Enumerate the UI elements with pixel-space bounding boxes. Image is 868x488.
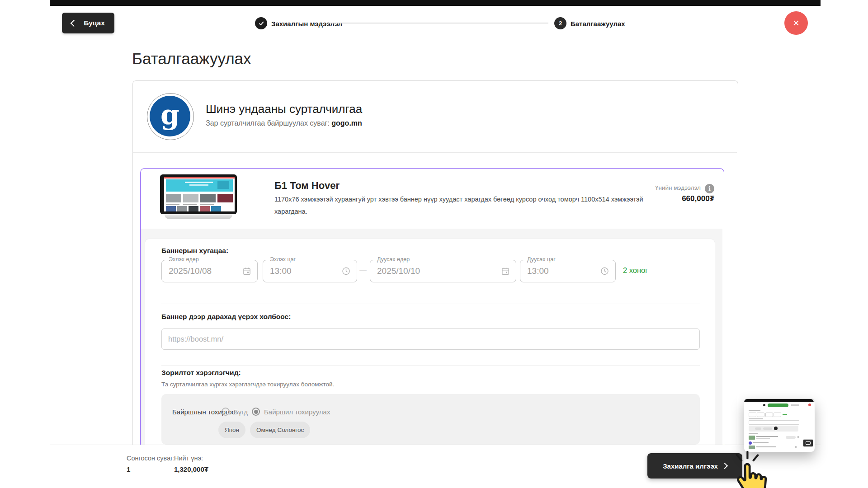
thumb-bar [756, 438, 770, 439]
check-icon [258, 20, 265, 27]
banner-preview-image [159, 174, 239, 221]
price-info-label: Үнийн мэдээлэл [615, 184, 701, 191]
clock-icon [341, 267, 351, 276]
window-top-strip [50, 0, 821, 6]
thumb-bar [791, 404, 799, 406]
laptop-stand [165, 214, 232, 219]
end-time-value: 13:00 [527, 266, 549, 276]
end-time-field[interactable]: Дуусах цаг 13:00 [520, 260, 616, 282]
thumb-step-dot [763, 404, 765, 406]
end-date-field[interactable]: Дуусах өдөр 2025/10/10 [370, 260, 516, 282]
selected-channel-value: 1 [127, 465, 130, 473]
thumb-field [765, 413, 773, 417]
chevron-right-icon [722, 463, 728, 469]
calendar-icon [242, 267, 251, 276]
thumb-field [757, 413, 764, 417]
product-price: 660,000₮ [624, 194, 714, 203]
link-section-label: Баннер дээр дарахад үсрэх холбоос: [161, 313, 291, 321]
thumb-green-banner [768, 404, 788, 407]
section-divider [161, 365, 700, 366]
product-name: Б1 Том Hover [274, 180, 340, 192]
thumb-pip-icon [803, 439, 813, 447]
close-icon: × [793, 18, 799, 28]
preview-thumbnail[interactable] [744, 399, 815, 452]
end-date-label: Дуусах өдөр [375, 256, 412, 263]
section-divider [161, 304, 700, 304]
step-2-label[interactable]: Баталгаажуулах [571, 20, 625, 28]
thumb-image [749, 436, 755, 440]
start-date-field[interactable]: Эхлэх өдөр 2025/10/08 [161, 260, 258, 282]
laptop-screen [164, 177, 235, 211]
submit-order-label: Захиалга илгээх [663, 462, 718, 470]
radio-option-all-label: Бүгд [234, 408, 248, 416]
thumb-close-dot [808, 404, 811, 406]
thumb-bar [749, 433, 758, 434]
campaign-channel: Зар сурталчилгаа байршуулах суваг: gogo.… [206, 119, 362, 127]
channel-label: Зар сурталчилгаа байршуулах суваг: [206, 119, 330, 127]
location-chip-list: Япон Өмнөд Солонгос [218, 422, 310, 438]
end-date-value: 2025/10/10 [377, 266, 420, 276]
thumb-bar [753, 442, 769, 443]
end-time-label: Дуусах цаг [525, 256, 558, 263]
thumb-bar [749, 418, 763, 419]
card-divider [133, 152, 737, 153]
thumb-pill [786, 436, 796, 439]
page: Буцах Захиалгын мэдээлэл 2 Баталгаажуула… [0, 0, 868, 488]
target-section-heading: Зорилтот хэрэглэгчид: [161, 369, 241, 377]
date-range-separator: — [357, 266, 369, 274]
duration-badge: 2 хоног [623, 266, 648, 275]
calendar-icon [501, 267, 510, 276]
thumb-green-text [783, 414, 787, 415]
chevron-left-icon [71, 19, 78, 27]
start-date-value: 2025/10/08 [169, 266, 212, 276]
channel-logo: g [147, 93, 194, 140]
laptop-frame [160, 174, 237, 214]
step-1-label[interactable]: Захиалгын мэдээлэл [271, 20, 342, 28]
submit-order-button[interactable]: Захиалга илгээх [647, 453, 742, 479]
close-button[interactable]: × [784, 11, 808, 35]
thumb-top-strip [744, 399, 814, 402]
start-time-value: 13:00 [270, 266, 292, 276]
thumb-field [749, 413, 756, 417]
selected-channel-label: Сонгосон суваг: [127, 455, 175, 462]
radio-option-all[interactable]: Бүгд [222, 408, 248, 416]
thumb-dark-dot [774, 427, 778, 430]
total-price-value: 1,320,000₮ [174, 465, 208, 473]
thumb-icon [795, 446, 797, 448]
thumb-pill [755, 427, 761, 430]
info-icon[interactable]: i [705, 184, 714, 193]
location-chip[interactable]: Өмнөд Солонгос [250, 422, 310, 438]
target-section-subtitle: Та сурталчилгаа хүргэх хэрэглэгчдээ тохи… [161, 381, 334, 388]
clock-icon [600, 267, 609, 276]
campaign-title: Шинэ ундааны сурталчилгаа [206, 102, 362, 116]
page-title: Баталгаажуулах [132, 50, 251, 68]
thumb-image [749, 446, 755, 449]
link-input[interactable] [161, 328, 700, 350]
radio-option-custom-label: Байршил тохируулах [264, 408, 330, 416]
back-button[interactable]: Буцах [62, 13, 114, 33]
start-time-label: Эхлэх цаг [268, 256, 298, 263]
thumb-dot [749, 441, 752, 445]
total-price-label: Нийт үнэ: [174, 455, 203, 462]
step-2-number: 2 [559, 20, 562, 27]
thumb-pill [763, 427, 772, 430]
stepper-connector [329, 23, 548, 23]
thumb-icon [797, 436, 799, 438]
thumb-bar [756, 436, 778, 437]
step-1-done-indicator[interactable] [255, 17, 267, 29]
back-button-label: Буцах [84, 19, 105, 27]
channel-value: gogo.mn [331, 119, 362, 127]
thumb-bar [749, 410, 760, 411]
start-date-label: Эхлэх өдөр [166, 256, 201, 263]
radio-unselected-icon[interactable] [222, 408, 230, 416]
product-description: 1170x76 хэмжээтэй хураангуй урт хэвтээ б… [274, 193, 652, 218]
radio-option-custom-location[interactable]: Байршил тохируулах [252, 408, 330, 416]
gogo-logo-icon: g [150, 96, 190, 136]
location-chip[interactable]: Япон [218, 422, 245, 438]
thumb-bar [756, 446, 776, 447]
radio-selected-icon[interactable] [252, 408, 260, 416]
thumb-input [749, 420, 799, 425]
start-time-field[interactable]: Эхлэх цаг 13:00 [263, 260, 357, 282]
thumb-field [774, 413, 781, 417]
step-2-indicator[interactable]: 2 [554, 17, 566, 29]
